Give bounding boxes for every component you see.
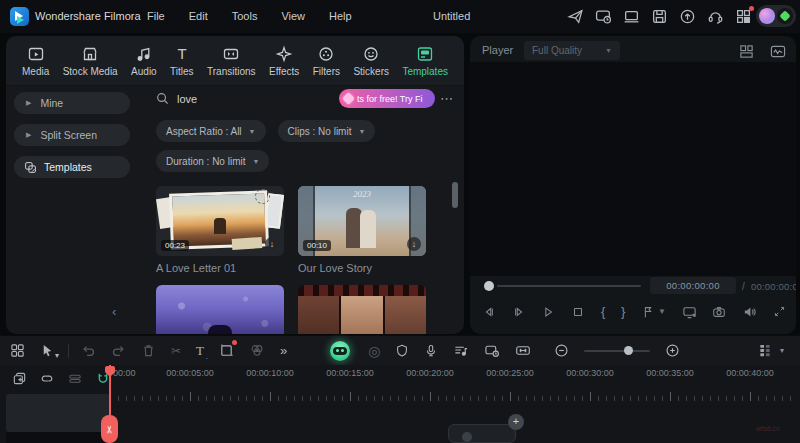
video-preview[interactable] [470,62,796,276]
account-pill[interactable] [756,5,796,27]
menu-help[interactable]: Help [329,10,352,22]
select-cursor-icon[interactable]: ▾ [40,343,55,358]
tab-effects[interactable]: Effects [269,45,299,77]
promo-banner[interactable]: ts for free! Try Fi [339,89,435,108]
download-icon[interactable]: ↓ [407,237,421,251]
copy-icon[interactable] [12,371,27,386]
scissors-icon: ✂ [104,425,115,433]
track-manager-icon[interactable] [758,343,772,358]
zoom-out-icon[interactable] [554,343,569,358]
record-icon[interactable]: ◎ [368,343,380,359]
collapse-sidebar-icon[interactable]: ‹ [112,304,116,319]
safe-area-icon[interactable] [395,343,409,358]
playback-quality-select[interactable]: Full Quality▼ [524,41,620,60]
next-frame-button[interactable] [512,305,526,319]
blend-icon[interactable] [249,343,265,358]
add-clip-icon[interactable]: + [508,414,524,430]
chevron-down-icon[interactable]: ▾ [780,346,784,355]
scrollbar-thumb[interactable] [452,182,458,208]
delete-icon[interactable] [141,343,156,358]
search-input[interactable] [177,93,287,105]
templates-results: ts for free! Try Fi ⋯ Aspect Ratio : All… [144,84,464,334]
audio-mixer-icon[interactable] [453,343,469,358]
voiceover-mic-icon[interactable] [424,343,438,358]
timecode-separator: / [742,281,745,292]
mirror-display-button[interactable] [682,305,697,319]
link-icon[interactable] [39,371,55,386]
template-thumbnail[interactable]: 2023 00:10 ↓ [298,186,426,256]
snapshot-button[interactable] [712,305,726,319]
redo-icon[interactable] [111,343,126,358]
tab-media[interactable]: Media [22,45,49,77]
previous-frame-button[interactable] [482,305,496,319]
crop-tool-icon[interactable] [219,343,234,358]
filter-aspect-ratio[interactable]: Aspect Ratio : All▼ [156,120,266,142]
svg-text:T: T [177,45,186,62]
ai-assistant-icon[interactable] [330,341,350,361]
sidebar-item-split-screen[interactable]: ▶Split Screen [14,124,130,146]
playhead-split-handle[interactable]: ✂ [101,415,118,443]
seek-bar[interactable] [497,285,641,287]
filter-duration[interactable]: Duration : No limit▼ [156,150,269,172]
split-scissors-icon[interactable]: ✂ [171,344,181,358]
share-icon[interactable] [567,8,584,25]
tab-stock-media[interactable]: Stock Media [63,45,118,77]
template-card[interactable]: 2023 00:10 ↓ Our Love Story [298,186,426,274]
task-queue-icon[interactable] [595,8,612,25]
play-button[interactable] [541,305,555,319]
tab-filters[interactable]: Filters [313,45,340,77]
download-icon[interactable]: ↓ [265,237,279,251]
sidebar-item-mine[interactable]: ▶Mine [14,92,130,114]
menu-file[interactable]: File [147,10,165,22]
avatar[interactable] [759,8,775,24]
render-preview-icon[interactable] [484,343,500,358]
template-thumbnail[interactable]: 00:23 ↓ [156,186,284,256]
tab-audio[interactable]: Audio [131,45,157,77]
workspace-icon[interactable] [735,8,752,25]
playback-controls: { } ▼ [482,304,786,319]
volume-button[interactable] [742,305,757,319]
marker-button[interactable]: ▼ [641,305,666,319]
template-card[interactable] [298,285,426,334]
player-label: Player [482,44,513,56]
tab-templates[interactable]: Templates [402,45,448,77]
scope-icon[interactable] [770,44,786,59]
template-card[interactable] [156,285,284,334]
upgrade-gem-icon[interactable] [777,8,793,24]
sidebar-item-templates[interactable]: Templates [14,156,130,178]
current-timecode[interactable]: 00:00:00:00 [650,277,736,294]
mark-in-button[interactable]: { [601,304,605,319]
menu-view[interactable]: View [281,10,305,22]
fit-timeline-icon[interactable] [515,343,531,358]
text-tool-icon[interactable]: T. [196,343,204,359]
filter-clips[interactable]: Clips : No limit▼ [278,120,376,142]
menu-edit[interactable]: Edit [189,10,208,22]
more-tools-icon[interactable]: » [280,343,287,358]
export-icon[interactable] [679,8,696,25]
zoom-in-icon[interactable] [665,343,680,358]
tab-titles[interactable]: TTitles [170,45,194,77]
zoom-slider[interactable] [584,350,650,352]
more-options-icon[interactable]: ⋯ [440,91,454,106]
player-layout-icon[interactable] [739,44,754,59]
seek-handle[interactable] [484,281,494,291]
screen-icon[interactable] [623,8,640,25]
stop-button[interactable] [571,305,585,319]
fullscreen-button[interactable] [773,305,786,318]
template-thumbnail[interactable] [298,285,426,334]
support-icon[interactable] [707,8,724,25]
asset-tabs: Media Stock Media Audio TTitles Transiti… [6,36,464,86]
template-thumbnail[interactable] [156,285,284,334]
save-icon[interactable] [651,8,668,25]
tab-stickers[interactable]: Stickers [353,45,389,77]
drop-zone-clip[interactable] [448,424,516,443]
zoom-slider-handle[interactable] [624,346,633,355]
template-card[interactable]: 00:23 ↓ A Love Letter 01 [156,186,284,274]
undo-icon[interactable] [81,343,96,358]
group-icon[interactable] [67,371,83,386]
track-header[interactable] [6,394,110,432]
mark-out-button[interactable]: } [621,304,625,319]
menu-tools[interactable]: Tools [232,10,258,22]
layout-grid-icon[interactable] [10,343,25,358]
tab-transitions[interactable]: Transitions [207,45,256,77]
